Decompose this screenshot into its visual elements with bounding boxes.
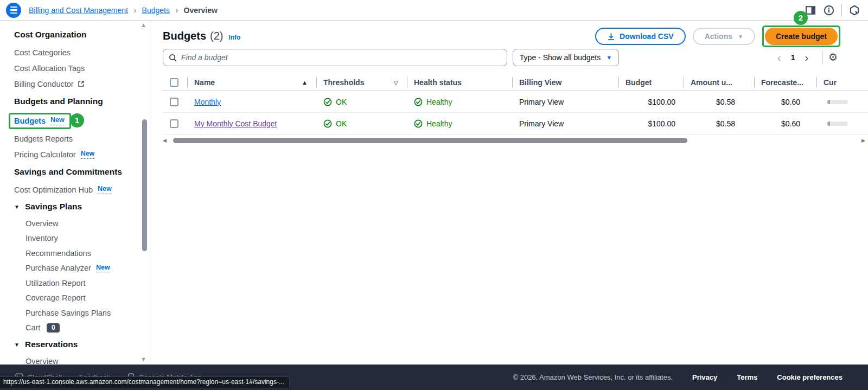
breadcrumb: Billing and Cost Management›Budgets›Over…	[29, 5, 218, 15]
sidebar-item-label: Cost Categories	[14, 48, 71, 57]
sidebar-item-overview[interactable]: Overview	[14, 216, 150, 231]
sidebar-item-cost-allocation-tags[interactable]: Cost Allocation Tags	[14, 60, 150, 76]
page-title: Budgets	[163, 30, 206, 42]
annotation-box-budgets: BudgetsNew	[9, 113, 71, 129]
select-all-checkbox[interactable]	[170, 78, 178, 87]
sidebar-item-label: Budgets and Planning	[14, 97, 103, 106]
sidebar-item-billing-conductor[interactable]: Billing Conductor	[14, 76, 150, 92]
sidebar-item-label: Purchase Analyzer	[25, 264, 91, 272]
scroll-right-icon[interactable]: ▶	[861, 138, 865, 143]
check-circle-icon	[414, 98, 423, 106]
annotation-step-1-badge: 1	[70, 113, 84, 127]
sidebar-scroll-down-icon[interactable]: ▼	[141, 356, 146, 362]
next-page-icon[interactable]: ›	[801, 52, 812, 64]
column-label: Thresholds	[323, 78, 364, 87]
sidebar-scroll-up-icon[interactable]: ▲	[141, 22, 146, 28]
sidebar-scrollbar[interactable]	[142, 119, 147, 251]
current-vs-budgeted-cell	[816, 91, 868, 112]
budget-name-link[interactable]: My Monthly Cost Budget	[194, 119, 277, 128]
sidebar-item-label: Inventory	[25, 234, 58, 242]
column-divider	[316, 77, 317, 88]
new-badge: New	[81, 150, 95, 158]
sidebar-item-recommendations[interactable]: Recommendations	[14, 246, 150, 261]
search-input[interactable]	[181, 53, 507, 62]
sidebar-item-purchase-analyzer[interactable]: Purchase AnalyzerNew	[14, 261, 150, 276]
create-budget-button[interactable]: Create budget	[765, 28, 838, 45]
external-link-icon	[78, 80, 85, 87]
sidebar-item-cart[interactable]: Cart0	[14, 321, 150, 336]
sidebar-item-inventory[interactable]: Inventory	[14, 231, 150, 246]
sidebar-item-cost-optimization-hub[interactable]: Cost Optimization HubNew	[14, 182, 150, 197]
topbar-icons	[801, 0, 868, 21]
health-status-label: Healthy	[426, 119, 452, 128]
sidebar-item-cost-categories[interactable]: Cost Categories	[14, 44, 150, 60]
cart-count-badge: 0	[47, 323, 60, 333]
download-csv-button[interactable]: Download CSV	[595, 28, 686, 45]
privacy-link[interactable]: Privacy	[692, 373, 717, 381]
annotation-step-2-badge: 2	[794, 11, 808, 25]
cookie-preferences-link[interactable]: Cookie preferences	[777, 373, 843, 381]
scrollbar-thumb[interactable]	[173, 138, 687, 143]
check-circle-icon	[323, 98, 332, 106]
actions-button[interactable]: Actions ▼	[693, 28, 755, 45]
sidebar-item-label: Overview	[25, 357, 58, 365]
breadcrumb-budgets[interactable]: Budgets	[142, 6, 170, 15]
horizontal-scrollbar: ◀ ▶	[163, 137, 865, 144]
sidebar-item-label: Reservations	[25, 340, 78, 349]
amount-used-cell: $0.58	[684, 113, 754, 134]
amazon-q-icon[interactable]	[845, 1, 864, 20]
column-header-thresholds[interactable]: Thresholds▽	[316, 74, 407, 91]
sidebar-item-reservations[interactable]: ▼Reservations	[14, 335, 150, 354]
sidebar-item-purchase-savings-plans[interactable]: Purchase Savings Plans	[14, 305, 150, 321]
type-filter-dropdown[interactable]: Type - Show all budgets ▼	[513, 49, 619, 66]
filter-icon[interactable]: ▽	[394, 79, 398, 86]
column-header-budget: Budget	[618, 74, 684, 91]
hamburger-menu-icon[interactable]	[6, 3, 21, 18]
threshold-status: OK	[323, 119, 347, 128]
column-header-billing-view: Billing View	[512, 74, 618, 91]
health-status-cell: Healthy	[407, 91, 512, 112]
row-checkbox[interactable]	[170, 119, 178, 128]
sidebar-item-label: Budgets Reports	[14, 135, 73, 143]
sidebar-item-budgets-and-planning: Budgets and Planning	[14, 92, 150, 111]
row-select-cell	[163, 91, 187, 112]
new-badge: New	[96, 264, 110, 272]
table-settings-gear-icon[interactable]: ⚙	[828, 51, 838, 63]
column-header-name[interactable]: Name▲	[187, 74, 316, 91]
current-vs-budgeted-cell	[816, 113, 868, 134]
sidebar-item-utilization-report[interactable]: Utilization Report	[14, 276, 150, 291]
sidebar-item-coverage-report[interactable]: Coverage Report	[14, 291, 150, 306]
billing-view-cell: Primary View	[512, 91, 618, 112]
previous-page-icon[interactable]: ‹	[774, 52, 784, 64]
column-label: Health status	[414, 78, 462, 87]
row-select-cell	[163, 113, 187, 134]
sidebar-item-savings-plans[interactable]: ▼Savings Plans	[14, 197, 150, 216]
breadcrumb-billing-and-cost-management[interactable]: Billing and Cost Management	[29, 6, 128, 15]
sidebar-item-label: Cart	[25, 323, 40, 332]
sidebar-item-pricing-calculator[interactable]: Pricing CalculatorNew	[14, 146, 150, 162]
actions-label: Actions	[705, 32, 732, 41]
caret-down-icon: ▼	[606, 54, 612, 61]
breadcrumb-separator-icon: ›	[133, 5, 137, 15]
table-header-row: Name▲Thresholds▽Health statusBilling Vie…	[163, 74, 868, 91]
info-link[interactable]: Info	[228, 34, 240, 41]
budget-name-cell: Monthly	[187, 91, 316, 112]
sidebar-item-label: Savings Plans	[25, 202, 82, 212]
info-icon[interactable]	[820, 1, 838, 20]
scroll-left-icon[interactable]: ◀	[163, 138, 167, 143]
column-label: Name	[194, 78, 215, 87]
column-divider	[816, 77, 817, 88]
column-divider	[754, 77, 755, 88]
column-header-amount-u: Amount u...	[684, 74, 754, 91]
row-checkbox[interactable]	[170, 98, 178, 106]
budget-name-link[interactable]: Monthly	[194, 98, 221, 106]
sort-ascending-icon[interactable]: ▲	[302, 79, 308, 86]
sidebar-item-label: Purchase Savings Plans	[25, 309, 111, 317]
sidebar-item-budgets-reports[interactable]: Budgets Reports	[14, 131, 150, 146]
page-number[interactable]: 1	[791, 53, 795, 62]
sidebar-item-label: Cost Allocation Tags	[14, 64, 85, 73]
scrollbar-track[interactable]	[171, 138, 857, 143]
terms-link[interactable]: Terms	[737, 373, 757, 381]
section-expanded-icon: ▼	[14, 204, 25, 210]
sidebar-item-overview[interactable]: Overview	[14, 354, 150, 365]
